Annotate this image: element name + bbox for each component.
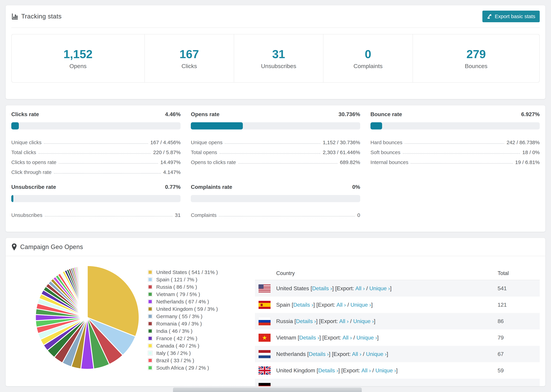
rate-rows: Unique opens1,152 / 30.736%Total opens2,… bbox=[191, 135, 360, 165]
row-text-glue: / bbox=[361, 351, 366, 357]
flag-es bbox=[259, 301, 270, 309]
rate-stat-row: Unique opens1,152 / 30.736% bbox=[191, 135, 360, 145]
row-text-glue: ] bbox=[387, 351, 388, 357]
legend-item-india: India ( 46 / 3% ) bbox=[148, 327, 244, 335]
rate-progress-track bbox=[11, 195, 181, 202]
rates-grid: Clicks rate4.46%Unique clicks167 / 4.456… bbox=[11, 111, 540, 218]
geo-row-total: 59 bbox=[498, 367, 540, 374]
export-unique-link[interactable]: Unique › bbox=[375, 367, 396, 373]
export-all-link[interactable]: All › bbox=[352, 351, 361, 357]
legend-label: India ( 46 / 3% ) bbox=[156, 328, 192, 334]
rate-value: 4.46% bbox=[165, 111, 181, 118]
export-all-link[interactable]: All › bbox=[342, 335, 352, 341]
rate-stat-value: 19 / 6.81% bbox=[515, 159, 540, 165]
geo-table-rows: United States [Details ›] [Export: All ›… bbox=[255, 280, 540, 386]
rate-stat-value: 167 / 4.456% bbox=[150, 140, 181, 145]
export-all-link[interactable]: All › bbox=[355, 285, 365, 291]
legend-label: Italy ( 36 / 2% ) bbox=[156, 350, 191, 356]
summary-stat-label: Clicks bbox=[181, 63, 197, 70]
rate-stat-label: Complaints bbox=[191, 212, 216, 218]
legend-swatch bbox=[148, 329, 152, 333]
geo-table-header-country: Country bbox=[255, 270, 498, 276]
legend-item-germany: Germany ( 55 / 3% ) bbox=[148, 313, 244, 320]
flag-de bbox=[259, 383, 270, 386]
legend-swatch bbox=[148, 292, 152, 297]
geo-row-text: United Kingdom [Details ›] [Export: All … bbox=[276, 367, 498, 374]
row-text-glue: / bbox=[346, 302, 350, 308]
legend-swatch-color bbox=[148, 293, 152, 296]
geo-table-row-partial bbox=[255, 379, 540, 386]
details-link[interactable]: Details › bbox=[312, 285, 332, 291]
dotted-leader bbox=[54, 173, 161, 174]
details-link[interactable]: Details › bbox=[299, 335, 319, 341]
rate-stat-label: Unsubscribes bbox=[11, 212, 42, 218]
legend-swatch-color bbox=[148, 344, 152, 347]
geo-pie-svg[interactable] bbox=[34, 264, 140, 371]
rate-stat-value: 1,152 / 30.736% bbox=[323, 140, 360, 145]
export-unique-link[interactable]: Unique › bbox=[366, 351, 387, 357]
export-unique-link[interactable]: Unique › bbox=[369, 285, 390, 291]
export-all-link[interactable]: All › bbox=[339, 318, 349, 324]
rate-block-unsubscribe-rate: Unsubscribe rate0.77%Unsubscribes31 bbox=[11, 184, 181, 218]
rate-stat-row: Total clicks220 / 5.87% bbox=[11, 145, 181, 155]
legend-swatch-color bbox=[148, 307, 152, 311]
legend-label: South Africa ( 29 / 2% ) bbox=[156, 365, 209, 371]
export-all-link[interactable]: All › bbox=[336, 302, 346, 308]
rate-stat-row: Unsubscribes31 bbox=[11, 208, 181, 218]
flag-us bbox=[259, 284, 270, 293]
row-text-glue: ] [Export: bbox=[338, 367, 361, 373]
legend-swatch bbox=[148, 358, 152, 363]
rate-stat-label: Unique clicks bbox=[11, 140, 42, 145]
legend-item-romania: Romania ( 49 / 3% ) bbox=[148, 320, 244, 327]
dotted-leader bbox=[238, 163, 338, 164]
rate-block-complaints-rate: Complaints rate0%Complaints0 bbox=[191, 184, 360, 218]
geo-opens-card: Campaign Geo Opens United States ( 541 /… bbox=[6, 238, 545, 386]
row-text-glue: / bbox=[371, 367, 375, 373]
horizontal-scrollbar[interactable] bbox=[173, 388, 362, 392]
rate-value: 0.77% bbox=[165, 184, 181, 190]
legend-swatch-color bbox=[148, 359, 152, 362]
legend-label: Brazil ( 33 / 2% ) bbox=[156, 358, 194, 364]
summary-stat-clicks: 167Clicks bbox=[144, 34, 234, 82]
details-link[interactable]: Details › bbox=[318, 367, 338, 373]
summary-stat-bounces: 279Bounces bbox=[413, 34, 539, 82]
export-unique-link[interactable]: Unique › bbox=[353, 318, 374, 324]
rate-stat-label: Unique opens bbox=[191, 140, 222, 145]
export-basic-stats-button[interactable]: Export basic stats bbox=[482, 11, 540, 22]
geo-table: Country Total United States [Details ›] … bbox=[255, 267, 540, 386]
export-unique-link[interactable]: Unique › bbox=[350, 302, 371, 308]
flag-gb bbox=[259, 366, 270, 375]
legend-swatch-color bbox=[148, 300, 152, 303]
rate-progress-track bbox=[191, 195, 360, 202]
dotted-leader bbox=[411, 163, 513, 164]
row-text-glue: ] bbox=[371, 302, 373, 308]
legend-item-united-states: United States ( 541 / 31% ) bbox=[148, 268, 244, 276]
summary-stat-value: 1,152 bbox=[64, 47, 92, 61]
export-all-link[interactable]: All › bbox=[361, 367, 371, 373]
details-link[interactable]: Details › bbox=[309, 351, 329, 357]
rate-stat-label: Internal bounces bbox=[370, 159, 409, 165]
rate-stat-row: Unique clicks167 / 4.456% bbox=[11, 135, 181, 145]
details-link[interactable]: Details › bbox=[293, 302, 313, 308]
rate-stat-row: Opens to clicks rate689.82% bbox=[191, 155, 360, 165]
details-link[interactable]: Details › bbox=[296, 318, 316, 324]
legend-label: France ( 42 / 2% ) bbox=[156, 336, 197, 341]
legend-swatch bbox=[148, 336, 152, 341]
legend-swatch-color bbox=[148, 322, 152, 325]
legend-item-france: France ( 42 / 2% ) bbox=[148, 335, 244, 342]
rate-stat-value: 18 / 0% bbox=[522, 149, 540, 155]
legend-item-spain: Spain ( 121 / 7% ) bbox=[148, 276, 244, 283]
geo-row-text: Vietnam [Details ›] [Export: All › / Uni… bbox=[276, 335, 498, 341]
rate-block-clicks-rate: Clicks rate4.46%Unique clicks167 / 4.456… bbox=[11, 111, 181, 175]
export-icon bbox=[487, 14, 492, 19]
legend-swatch bbox=[148, 343, 152, 348]
legend-item-italy: Italy ( 36 / 2% ) bbox=[148, 350, 244, 357]
us-canton bbox=[259, 284, 263, 289]
dotted-leader bbox=[38, 153, 151, 154]
row-text-glue: ] [Export: bbox=[316, 318, 339, 324]
legend-label: United Kingdom ( 59 / 3% ) bbox=[156, 306, 218, 312]
rate-stat-value: 0 bbox=[357, 212, 360, 218]
export-unique-link[interactable]: Unique › bbox=[356, 335, 377, 341]
legend-swatch-color bbox=[148, 337, 152, 340]
legend-swatch-color bbox=[148, 329, 152, 333]
